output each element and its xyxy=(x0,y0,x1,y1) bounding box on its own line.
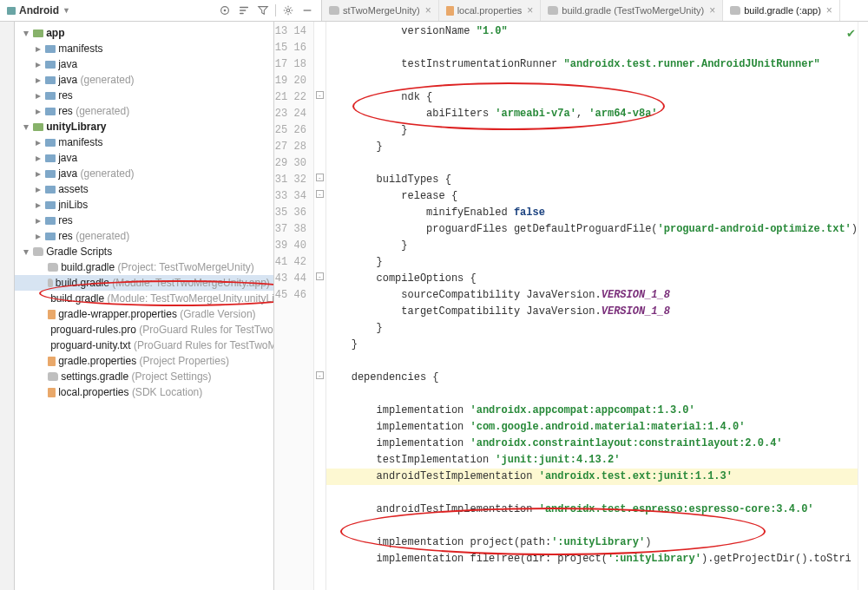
editor-tab[interactable]: local.properties× xyxy=(439,0,542,21)
tree-node-gradle-wrapper[interactable]: gradle-wrapper.properties (Gradle Versio… xyxy=(15,306,273,322)
tree-node-settings-gradle[interactable]: settings.gradle (Project Settings) xyxy=(15,369,273,384)
tree-label: java (generated) xyxy=(58,167,134,180)
tree-label: unityLibrary xyxy=(46,121,106,133)
fold-marker[interactable]: - xyxy=(316,174,324,181)
chevron-right-icon: ▸ xyxy=(34,169,43,178)
top-bar: Android ▼ stTwoMergeUnity)×local.propert… xyxy=(0,0,868,22)
folder-icon xyxy=(45,108,56,115)
close-icon[interactable]: × xyxy=(527,4,533,16)
gradle-icon xyxy=(548,6,558,15)
tree-node-manifests[interactable]: ▸manifests xyxy=(15,41,273,56)
tree-node-proguard-rules[interactable]: proguard-rules.pro (ProGuard Rules for T… xyxy=(15,322,273,338)
tree-node-local-properties[interactable]: local.properties (SDK Location) xyxy=(15,384,273,400)
tree-label: settings.gradle (Project Settings) xyxy=(61,370,211,383)
close-icon[interactable]: × xyxy=(425,4,431,16)
tree-label: manifests xyxy=(58,43,102,55)
tree-label: gradle-wrapper.properties (Gradle Versio… xyxy=(58,308,255,320)
chevron-right-icon: ▸ xyxy=(34,75,43,84)
chevron-right-icon: ▸ xyxy=(34,216,43,225)
chevron-right-icon: ▸ xyxy=(34,154,43,162)
close-icon[interactable]: × xyxy=(826,4,832,16)
chevron-right-icon: ▸ xyxy=(34,232,43,240)
tree-label: app xyxy=(46,27,64,39)
tree-node-java-gen[interactable]: ▸java (generated) xyxy=(15,72,273,88)
tree-node-res[interactable]: ▸res xyxy=(15,88,273,103)
fold-marker[interactable]: - xyxy=(316,190,324,198)
tree-label: assets xyxy=(58,183,89,195)
tree-label: build.gradle (Project: TestTwoMergeUnity… xyxy=(61,261,254,273)
editor-tabs: stTwoMergeUnity)×local.properties×build.… xyxy=(322,0,868,21)
fold-marker[interactable]: - xyxy=(316,272,324,280)
tree-node-gradle-properties[interactable]: gradle.properties (Project Properties) xyxy=(15,353,273,369)
left-tool-sidebar[interactable] xyxy=(0,22,15,590)
tree-node-jnilibs[interactable]: ▸jniLibs xyxy=(15,197,273,213)
tree-node-manifests[interactable]: ▸manifests xyxy=(15,134,273,150)
tree-node-res-gen[interactable]: ▸res (generated) xyxy=(15,228,273,244)
tree-node-unitylibrary[interactable]: ▾unityLibrary xyxy=(15,119,273,134)
tree-node-res[interactable]: ▸res xyxy=(15,213,273,228)
tree-label: res xyxy=(58,89,73,102)
tree-node-java-gen[interactable]: ▸java (generated) xyxy=(15,166,273,181)
chevron-down-icon: ▾ xyxy=(22,247,30,256)
folder-icon xyxy=(45,76,56,84)
svg-point-2 xyxy=(286,9,290,12)
code-area[interactable]: versionName "1.0" testInstrumentationRun… xyxy=(326,22,858,590)
tree-label: proguard-rules.pro (ProGuard Rules for T… xyxy=(50,324,274,336)
folder-icon xyxy=(45,92,56,100)
tree-node-res-gen[interactable]: ▸res (generated) xyxy=(15,103,273,119)
filter-icon[interactable] xyxy=(256,3,270,17)
project-tree-panel: ▾app ▸manifests ▸java ▸java (generated) … xyxy=(15,22,274,590)
view-switcher[interactable]: Android ▼ xyxy=(7,4,213,16)
folder-icon xyxy=(45,217,56,225)
tree-node-buildgradle-project[interactable]: build.gradle (Project: TestTwoMergeUnity… xyxy=(15,259,273,275)
gradle-icon xyxy=(48,372,58,381)
chevron-right-icon: ▸ xyxy=(34,138,43,147)
folder-icon xyxy=(45,154,56,162)
module-icon xyxy=(33,30,43,37)
target-icon[interactable] xyxy=(218,3,232,17)
tree-node-java[interactable]: ▸java xyxy=(15,150,273,166)
folder-icon xyxy=(45,233,56,240)
inspection-ok-icon[interactable]: ✔ xyxy=(846,27,856,40)
tree-node-gradle-scripts[interactable]: ▾Gradle Scripts xyxy=(15,244,273,259)
editor-tab[interactable]: stTwoMergeUnity)× xyxy=(322,0,439,21)
file-icon xyxy=(48,388,56,397)
folder-icon xyxy=(45,45,56,53)
editor-tab[interactable]: build.gradle (:app)× xyxy=(723,0,840,21)
tree-label: build.gradle (Module: TestTwoMergeUnity.… xyxy=(56,277,270,289)
fold-strip[interactable]: - - - - - xyxy=(314,22,326,590)
tree-label: gradle.properties (Project Properties) xyxy=(58,355,229,367)
error-stripe[interactable] xyxy=(858,22,868,590)
gradle-icon xyxy=(48,263,58,272)
gradle-icon xyxy=(33,247,43,256)
sort-icon[interactable] xyxy=(237,3,251,17)
minimize-icon[interactable] xyxy=(300,3,314,17)
tree-label: local.properties (SDK Location) xyxy=(58,386,202,398)
chevron-right-icon: ▸ xyxy=(34,107,43,115)
tree-node-proguard-unity[interactable]: proguard-unity.txt (ProGuard Rules for T… xyxy=(15,338,273,353)
tree-node-app[interactable]: ▾app xyxy=(15,25,273,41)
tree-node-buildgradle-lib[interactable]: build.gradle (Module: TestTwoMergeUnity.… xyxy=(15,291,273,306)
view-label: Android xyxy=(19,4,59,16)
tree-node-assets[interactable]: ▸assets xyxy=(15,181,273,197)
chevron-down-icon: ▾ xyxy=(22,122,30,131)
folder-icon xyxy=(45,186,56,193)
close-icon[interactable]: × xyxy=(709,4,715,16)
tab-label: build.gradle (:app) xyxy=(744,5,821,16)
fold-marker[interactable]: - xyxy=(316,371,324,379)
file-icon xyxy=(446,6,454,16)
code-editor[interactable]: 13 14 15 16 17 18 19 20 21 22 23 24 25 2… xyxy=(274,22,868,590)
tree-node-java[interactable]: ▸java xyxy=(15,56,273,72)
folder-icon xyxy=(45,201,56,209)
chevron-right-icon: ▸ xyxy=(34,200,43,209)
svg-point-1 xyxy=(224,10,227,12)
gear-icon[interactable] xyxy=(281,3,295,17)
fold-marker[interactable]: - xyxy=(316,91,324,99)
tree-node-buildgradle-app[interactable]: build.gradle (Module: TestTwoMergeUnity.… xyxy=(15,275,273,291)
folder-icon xyxy=(45,170,56,178)
folder-icon xyxy=(45,61,56,69)
tree-label: java xyxy=(58,152,77,164)
gradle-icon xyxy=(329,6,339,15)
editor-tab[interactable]: build.gradle (TestTwoMergeUnity)× xyxy=(541,0,723,21)
project-view-header: Android ▼ xyxy=(0,0,322,21)
